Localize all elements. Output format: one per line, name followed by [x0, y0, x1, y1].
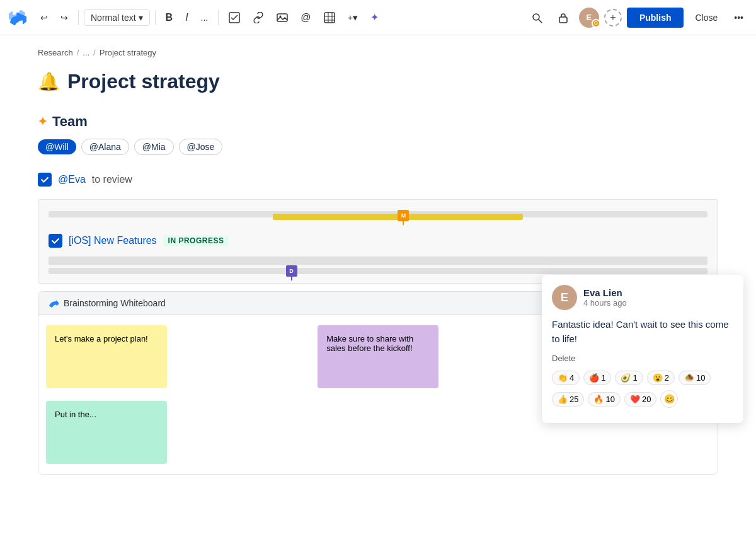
mentions-row: @Will @Alana @Mia @Jose	[38, 139, 718, 155]
reaction-thumbsup[interactable]: 👍 25	[552, 392, 584, 407]
add-collaborator-button[interactable]: +	[604, 9, 622, 26]
ai-button[interactable]: ✦	[365, 8, 384, 27]
reaction-heart-emoji: ❤️	[630, 395, 640, 404]
reaction-fire[interactable]: 🔥 10	[588, 392, 620, 407]
link-button[interactable]	[248, 8, 269, 27]
reaction-clap[interactable]: 👏 4	[552, 371, 580, 385]
reaction-apple-emoji: 🍎	[589, 373, 599, 383]
svg-rect-10	[559, 17, 567, 23]
collaborator-avatar: E G	[579, 8, 599, 28]
svg-rect-1	[277, 14, 287, 21]
reaction-fire-emoji: 🔥	[593, 395, 604, 404]
italic-button[interactable]: I	[180, 8, 193, 27]
reactions-row-1: 👏 4 🍎 1 🥑 1 😮 2 🧆 10	[552, 371, 733, 385]
undo-button[interactable]: ↩	[35, 9, 53, 26]
divider-3	[218, 10, 219, 25]
close-button[interactable]: Close	[689, 9, 724, 26]
roadmap-bar-fill-2	[49, 259, 707, 265]
roadmap-bar-bg-2	[49, 257, 707, 263]
redo-button[interactable]: ↪	[55, 9, 73, 26]
more-options-button[interactable]: •••	[729, 9, 748, 26]
insert-button[interactable]: +▾	[343, 8, 364, 27]
breadcrumb-ellipsis[interactable]: ...	[83, 48, 89, 57]
mention-will[interactable]: @Will	[38, 139, 76, 154]
confluence-logo[interactable]	[8, 8, 28, 28]
reaction-surprised-emoji: 😮	[653, 373, 663, 383]
task-checkbox[interactable]	[38, 173, 52, 187]
breadcrumb: Research / ... / Project strategy	[38, 48, 718, 57]
chevron-down-icon: ▾	[139, 13, 143, 23]
comment-delete-button[interactable]: Delete	[552, 354, 733, 363]
reaction-apple[interactable]: 🍎 1	[583, 371, 611, 385]
team-heading-text: Team	[52, 113, 88, 130]
comment-meta: Eva Lien 4 hours ago	[583, 287, 627, 308]
sticky-note-2-empty	[182, 325, 303, 388]
add-reaction-button[interactable]: 😊	[660, 390, 678, 408]
mention-jose[interactable]: @Jose	[179, 139, 223, 155]
table-button[interactable]	[319, 8, 340, 27]
task-button[interactable]	[224, 8, 245, 27]
image-button[interactable]	[272, 8, 293, 27]
sticky-note-1[interactable]: Let's make a project plan!	[46, 325, 167, 388]
page-title-row: 🔔 Project strategy	[38, 70, 718, 93]
task-assignee[interactable]: @Eva	[58, 174, 86, 185]
page-title[interactable]: Project strategy	[67, 70, 220, 93]
text-format-dropdown[interactable]: Normal text ▾	[84, 9, 150, 26]
commenter-avatar: E	[552, 285, 577, 310]
breadcrumb-current: Project strategy	[100, 48, 156, 57]
whiteboard-title[interactable]: Brainstorming Whiteboard	[64, 298, 166, 308]
svg-line-9	[539, 20, 542, 23]
reaction-thumbsup-count: 25	[570, 395, 578, 404]
roadmap-bar-row-3: D	[49, 268, 707, 274]
confluence-icon-small	[49, 298, 59, 308]
reaction-food[interactable]: 🧆 10	[679, 371, 711, 385]
restrictions-button[interactable]	[553, 8, 574, 27]
divider-1	[78, 10, 79, 25]
page-title-icon: 🔔	[38, 71, 60, 92]
task-action: to review	[92, 174, 132, 185]
ai-sparkle-icon: ✦	[38, 115, 47, 129]
toolbar-right: E G + Publish Close •••	[526, 8, 748, 28]
breadcrumb-sep-1: /	[77, 48, 79, 57]
mention-alana[interactable]: @Alana	[81, 139, 129, 155]
mention-button[interactable]: @	[295, 8, 316, 27]
roadmap-task-label[interactable]: [iOS] New Features	[69, 235, 157, 246]
reaction-avocado-count: 1	[633, 373, 637, 383]
roadmap-marker-d: D	[286, 265, 297, 277]
reaction-avocado[interactable]: 🥑 1	[615, 371, 643, 385]
reaction-surprised-count: 2	[665, 373, 669, 383]
sticky-note-6[interactable]: Put in the...	[46, 401, 167, 464]
content-area: Research / ... / Project strategy 🔔 Proj…	[0, 35, 756, 542]
bold-button[interactable]: B	[161, 8, 178, 27]
task-row: @Eva to review	[38, 173, 718, 187]
comment-popup: E Eva Lien 4 hours ago Fantastic idea! C…	[542, 275, 743, 423]
reaction-thumbsup-emoji: 👍	[558, 395, 568, 404]
reaction-apple-count: 1	[601, 373, 605, 383]
roadmap-container: M [iOS] New Features IN PROGRESS D	[38, 199, 718, 284]
reaction-clap-count: 4	[570, 373, 574, 383]
roadmap-bar-bg-3	[49, 268, 707, 274]
reaction-avocado-emoji: 🥑	[621, 373, 631, 383]
roadmap-task-ios: [iOS] New Features IN PROGRESS	[49, 228, 707, 254]
search-button[interactable]	[526, 8, 547, 27]
editor[interactable]: Research / ... / Project strategy 🔔 Proj…	[0, 35, 756, 542]
reaction-food-count: 10	[696, 373, 705, 383]
divider-2	[155, 10, 156, 25]
reaction-surprised[interactable]: 😮 2	[647, 371, 675, 385]
breadcrumb-sep-2: /	[93, 48, 96, 57]
comment-time: 4 hours ago	[583, 298, 627, 308]
roadmap-task-checkbox[interactable]	[49, 234, 62, 248]
roadmap-bar-bg-1	[49, 211, 707, 217]
mention-mia[interactable]: @Mia	[134, 139, 174, 155]
reaction-food-emoji: 🧆	[684, 373, 694, 383]
sticky-note-3[interactable]: Make sure to share with sales before the…	[318, 325, 438, 388]
reaction-clap-emoji: 👏	[558, 373, 568, 383]
toolbar: ↩ ↪ Normal text ▾ B I ... @ +▾ ✦ E G + P…	[0, 0, 756, 35]
publish-button[interactable]: Publish	[627, 8, 684, 28]
breadcrumb-research[interactable]: Research	[38, 48, 73, 57]
more-format-button[interactable]: ...	[196, 9, 214, 26]
svg-rect-3	[324, 13, 335, 23]
roadmap-bar-row-1: M	[49, 211, 707, 222]
comment-text: Fantastic idea! Can't wait to see this c…	[552, 318, 733, 346]
reaction-heart[interactable]: ❤️ 20	[624, 392, 656, 407]
